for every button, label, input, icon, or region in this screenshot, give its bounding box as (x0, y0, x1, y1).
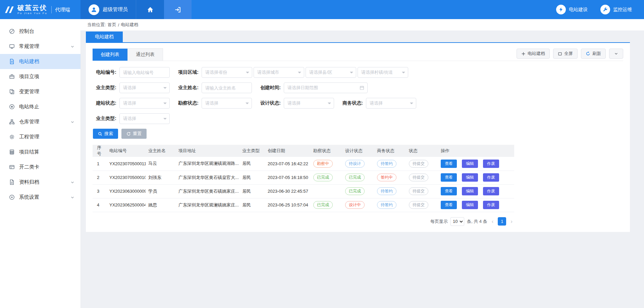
stations-table: 序号 电站编号 业主姓名 项目地址 业主类型 创建日期 勘察状态 设计状态 商务… (93, 145, 514, 212)
edit-button[interactable]: 编辑 (462, 173, 478, 182)
region-label: 项目区域: (175, 69, 202, 75)
edit-button[interactable]: 编辑 (462, 160, 478, 168)
current-user[interactable]: 超级管理员 (80, 0, 136, 19)
brand-name: 破茧云伏 (17, 4, 47, 11)
owner-type2-select[interactable]: 请选择 (119, 113, 170, 124)
caret-down-icon (350, 72, 353, 75)
user-name: 超级管理员 (103, 6, 128, 13)
brand-logo: 破茧云伏 Po Jian Yun Fu 代理端 (0, 0, 80, 19)
fullscreen-button[interactable]: 全屏 (553, 49, 578, 59)
search-icon (98, 132, 102, 136)
status-badge: 待提交 (409, 201, 428, 209)
business-status-select[interactable]: 请选择 (366, 98, 416, 109)
per-page-suffix: 条, 共 4 条 (467, 219, 487, 225)
sidebar-item-data-archive[interactable]: 资料归档 (0, 175, 80, 190)
build-status-select[interactable]: 请选择 (119, 98, 170, 109)
caret-down-icon (163, 118, 167, 121)
view-button[interactable]: 查看 (441, 160, 457, 168)
county-select[interactable]: 请选择县/区 (306, 67, 356, 78)
page-tab-strip: 电站建档 (86, 32, 630, 43)
status-badge: 勘察中 (313, 160, 333, 168)
station-build-label: 电站建设 (569, 7, 588, 13)
city-select[interactable]: 请选择城市 (254, 67, 304, 78)
void-button[interactable]: 作废 (483, 187, 499, 195)
table-row: 3 YX2023063000009 学员 广东深圳龙华区黄石镇姚家庄... 居民… (93, 184, 514, 198)
refresh-button[interactable]: 刷新 (581, 49, 606, 59)
sidebar-item-console[interactable]: 控制台 (0, 24, 80, 39)
home-button[interactable] (136, 0, 164, 19)
page-1-button[interactable]: 1 (498, 217, 506, 226)
monitor-icon (9, 44, 15, 49)
owner-name-input[interactable] (202, 82, 252, 93)
void-button[interactable]: 作废 (483, 173, 499, 182)
sidebar-item-project-initiation[interactable]: 项目立项 (0, 69, 80, 84)
design-status-select[interactable]: 请选择 (284, 98, 334, 109)
search-button[interactable]: 搜索 (93, 129, 118, 139)
status-badge: 签约中 (377, 174, 396, 181)
edit-button[interactable]: 编辑 (462, 201, 478, 209)
tab-create-list[interactable]: 创建列表 (93, 49, 127, 61)
sidebar-item-system-settings[interactable]: 系统设置 (0, 190, 80, 205)
briefcase-icon (9, 74, 15, 79)
chevron-down-icon (70, 45, 74, 49)
lightning-icon (556, 5, 566, 14)
void-button[interactable]: 作废 (483, 201, 499, 209)
sidebar-item-class2-card[interactable]: 开二类卡 (0, 160, 80, 175)
caret-down-icon (163, 103, 167, 106)
per-page-prefix: 每页显示 (430, 219, 448, 225)
breadcrumb: 当前位置: 首页 / 电站建档 (80, 19, 644, 30)
wrench-icon (600, 5, 610, 14)
target-icon (9, 104, 15, 110)
design-status-label: 设计状态: (257, 100, 284, 106)
void-button[interactable]: 作废 (483, 160, 499, 168)
sidebar-item-station-termination[interactable]: 电站终止 (0, 99, 80, 114)
province-select[interactable]: 请选择省份 (202, 67, 252, 78)
portal-label: 代理端 (51, 6, 70, 13)
refresh-icon (586, 51, 590, 56)
content-card: 创建列表 通过列表 电站建档 全屏 刷新 (86, 43, 630, 232)
view-button[interactable]: 查看 (441, 187, 457, 195)
settings-icon (9, 194, 15, 200)
status-badge: 待签约 (377, 187, 396, 195)
prev-page-button[interactable]: ‹ (490, 219, 495, 224)
sidebar-item-engineering-management[interactable]: 工程管理 (0, 129, 80, 144)
station-build-action[interactable]: 电站建设 (556, 5, 588, 14)
topbar-actions: 电站建设 监控运维 (556, 0, 632, 19)
panel-toolbar: 电站建档 全屏 刷新 (517, 49, 623, 59)
page-tab-station-filing[interactable]: 电站建档 (86, 32, 123, 42)
caret-down-icon (402, 72, 405, 75)
chevron-down-icon (70, 120, 74, 124)
calculator-icon (9, 149, 15, 155)
table-row: 4 YX2023062500004 姚思 广东深圳龙华区观澜镇姚家庄... 居民… (93, 198, 514, 212)
next-page-button[interactable]: › (509, 219, 514, 224)
owner-type-select[interactable]: 请选择 (119, 82, 170, 93)
view-button[interactable]: 查看 (441, 173, 457, 182)
add-station-button[interactable]: 电站建档 (517, 49, 550, 59)
pagination: 每页显示 10 条, 共 4 条 ‹ 1 › (93, 217, 514, 226)
breadcrumb-home[interactable]: 首页 (108, 22, 116, 28)
sidebar-item-station-filing[interactable]: 电站建档 (0, 54, 80, 69)
brand-name-pinyin: Po Jian Yun Fu (17, 12, 47, 15)
survey-status-select[interactable]: 请选择 (202, 98, 252, 109)
edit-button[interactable]: 编辑 (462, 187, 478, 195)
reset-button[interactable]: 重置 (121, 129, 147, 139)
sidebar-item-change-management[interactable]: 变更管理 (0, 84, 80, 99)
build-status-label: 建站状态: (93, 100, 119, 106)
town-select[interactable]: 请选择村镇/街道 (358, 67, 408, 78)
view-button[interactable]: 查看 (441, 201, 457, 209)
station-no-input[interactable] (119, 67, 170, 78)
station-no-label: 电站编号: (93, 69, 119, 75)
sidebar-item-project-settlement[interactable]: 项目结算 (0, 144, 80, 160)
create-time-range-picker[interactable]: 请选择日期范围 (284, 82, 368, 93)
tab-passed-list[interactable]: 通过列表 (127, 48, 163, 61)
sidebar-item-warehouse-management[interactable]: 仓库管理 (0, 114, 80, 129)
collapse-toolbar-button[interactable] (609, 49, 623, 59)
chevron-down-icon (70, 195, 74, 199)
caret-down-icon (246, 72, 249, 75)
monitor-ops-action[interactable]: 监控运维 (600, 5, 632, 14)
logout-button[interactable] (164, 0, 192, 19)
sidebar-item-general-management[interactable]: 常规管理 (0, 39, 80, 54)
plus-icon (521, 52, 526, 56)
per-page-select[interactable]: 10 (450, 217, 464, 226)
caret-down-icon (328, 103, 331, 106)
